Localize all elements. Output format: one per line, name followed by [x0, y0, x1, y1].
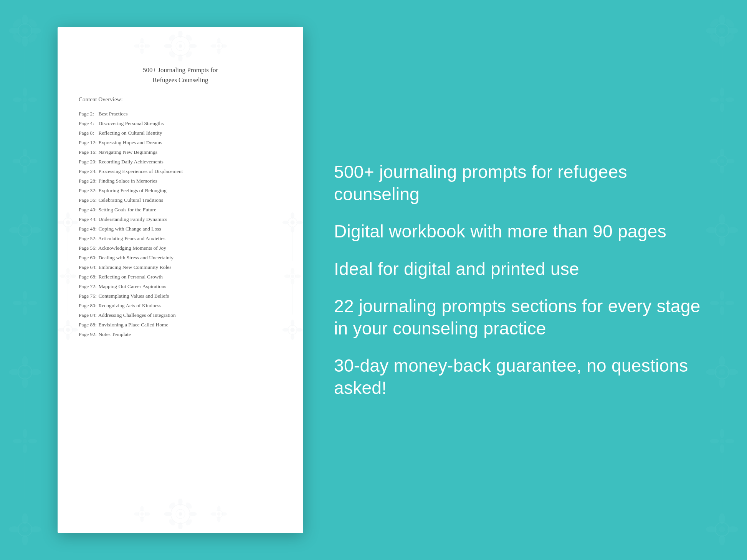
- svg-point-117: [164, 44, 172, 48]
- svg-point-41: [9, 369, 20, 375]
- svg-point-107: [719, 526, 725, 532]
- toc-title: Processing Experiences of Displacement: [97, 168, 183, 174]
- svg-point-187: [140, 512, 144, 516]
- svg-point-124: [140, 44, 144, 48]
- toc-title: Understanding Family Dynamics: [97, 216, 167, 222]
- toc-page-number: Page 80:: [79, 303, 97, 309]
- svg-point-152: [66, 334, 69, 340]
- toc-item: Page 84: Addressing Challenges of Integr…: [79, 310, 282, 320]
- svg-point-109: [719, 535, 725, 545]
- svg-point-67: [720, 87, 724, 97]
- toc-item: Page 36: Celebrating Cultural Traditions: [79, 195, 282, 205]
- svg-point-42: [30, 369, 41, 375]
- toc-item: Page 44: Understanding Family Dynamics: [79, 214, 282, 224]
- toc-page-number: Page 36:: [79, 197, 97, 203]
- toc-item: Page 56: Acknowledging Moments of Joy: [79, 243, 282, 253]
- toc-item: Page 20: Recording Daily Achievements: [79, 157, 282, 166]
- svg-point-104: [720, 439, 724, 443]
- svg-point-166: [284, 275, 290, 278]
- svg-point-31: [23, 291, 27, 300]
- svg-point-7: [26, 17, 38, 29]
- svg-point-57: [719, 28, 725, 34]
- svg-point-194: [217, 506, 220, 511]
- toc-item: Page 12: Expressing Hopes and Dreams: [79, 138, 282, 147]
- feature-text-item: Ideal for digital and printed use: [334, 258, 716, 280]
- svg-point-163: [291, 275, 294, 278]
- svg-point-189: [140, 517, 144, 522]
- feature-text-item: 30-day money-back guarantee, no question…: [334, 355, 716, 399]
- toc-item: Page 60: Dealing with Stress and Uncerta…: [79, 253, 282, 262]
- toc-title: Setting Goals for the Future: [97, 207, 156, 212]
- svg-point-132: [217, 49, 220, 54]
- svg-point-197: [221, 512, 227, 516]
- toc-item: Page 48: Coping with Change and Loss: [79, 224, 282, 234]
- toc-title: Expressing Hopes and Dreams: [97, 140, 162, 145]
- svg-point-19: [23, 148, 27, 157]
- toc-page-number: Page 32:: [79, 188, 97, 194]
- feature-text-item: 500+ journaling prompts for refugees cou…: [334, 161, 716, 205]
- toc-title: Recording Daily Achievements: [97, 159, 164, 165]
- toc-item: Page 40: Setting Goals for the Future: [79, 205, 282, 214]
- toc-page-number: Page 20:: [79, 159, 97, 165]
- svg-point-143: [66, 275, 69, 278]
- svg-point-173: [283, 328, 289, 331]
- left-floral-decoration: [0, 0, 50, 560]
- svg-point-111: [727, 526, 738, 532]
- svg-point-174: [296, 328, 302, 331]
- svg-point-12: [23, 103, 27, 112]
- svg-point-9: [26, 32, 38, 44]
- svg-point-60: [706, 28, 717, 34]
- svg-point-120: [185, 34, 193, 41]
- svg-point-154: [72, 328, 78, 331]
- doc-right-decoration: [282, 203, 303, 357]
- svg-point-151: [66, 320, 69, 326]
- toc-page-number: Page 48:: [79, 226, 97, 232]
- svg-point-157: [291, 212, 294, 219]
- toc-title: Recognizing Acts of Kindness: [97, 303, 161, 308]
- svg-point-110: [706, 526, 717, 532]
- toc-title: Exploring Feelings of Belonging: [97, 188, 167, 193]
- table-of-contents: Page 2: Best PracticesPage 4: Discoverin…: [79, 109, 282, 339]
- toc-title: Reflecting on Personal Growth: [97, 274, 163, 280]
- svg-point-40: [22, 377, 28, 388]
- svg-point-28: [9, 227, 20, 233]
- svg-point-2: [22, 15, 28, 25]
- toc-title: Contemplating Values and Beliefs: [97, 293, 169, 299]
- svg-point-34: [28, 301, 37, 305]
- svg-point-64: [708, 32, 720, 44]
- svg-point-153: [58, 328, 64, 331]
- toc-title: Addressing Challenges of Integration: [97, 312, 176, 318]
- svg-point-15: [23, 97, 27, 102]
- svg-point-38: [22, 369, 28, 375]
- svg-point-159: [283, 221, 289, 224]
- svg-point-54: [9, 526, 20, 532]
- svg-point-164: [291, 268, 294, 273]
- svg-point-46: [13, 439, 22, 443]
- svg-point-140: [72, 221, 78, 224]
- toc-page-number: Page 60:: [79, 255, 97, 261]
- svg-point-62: [708, 17, 720, 29]
- svg-point-55: [30, 526, 41, 532]
- svg-point-37: [18, 365, 32, 379]
- toc-title: Navigating New Beginnings: [97, 149, 157, 155]
- toc-title: Coping with Change and Loss: [97, 226, 161, 232]
- toc-page-number: Page 28:: [79, 178, 97, 184]
- svg-point-115: [178, 31, 182, 38]
- svg-point-126: [140, 49, 144, 54]
- svg-point-0: [18, 24, 32, 38]
- svg-point-184: [168, 519, 176, 526]
- toc-title: Notes Template: [97, 331, 131, 337]
- svg-point-139: [58, 221, 64, 224]
- svg-point-71: [720, 97, 724, 102]
- svg-point-183: [185, 502, 193, 509]
- toc-item: Page 76: Contemplating Values and Belief…: [79, 291, 282, 301]
- feature-text-item: 22 journaling prompts sections for every…: [334, 295, 716, 339]
- toc-item: Page 92: Notes Template: [79, 329, 282, 339]
- toc-title: Celebrating Cultural Traditions: [97, 197, 163, 203]
- svg-point-106: [715, 522, 729, 536]
- toc-item: Page 24: Processing Experiences of Displ…: [79, 166, 282, 176]
- svg-point-29: [30, 227, 41, 233]
- svg-point-147: [71, 275, 76, 278]
- content-overview-label: Content Overview:: [79, 96, 282, 103]
- svg-point-59: [719, 36, 725, 47]
